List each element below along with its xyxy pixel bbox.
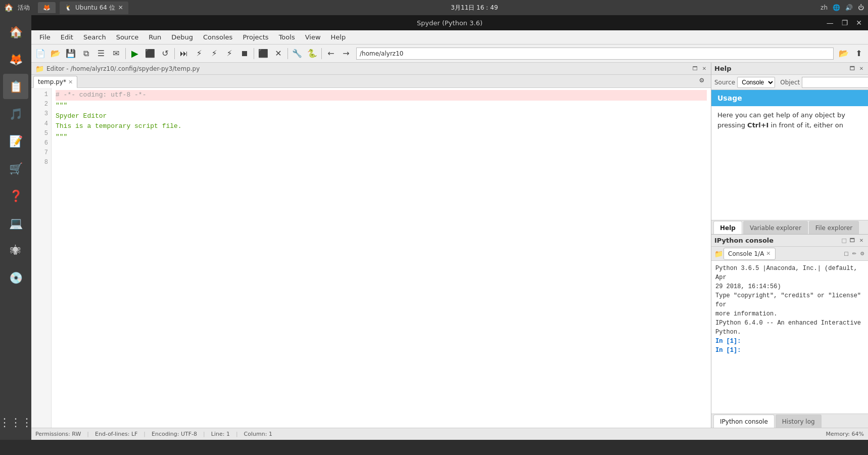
help-usage-text: Here you can get help of any object by p… xyxy=(711,106,868,134)
save-all-button[interactable]: ⧉ xyxy=(79,47,93,61)
help-titlebar: Help 🗖 ✕ xyxy=(711,63,868,75)
home-icon[interactable]: 🏠 xyxy=(4,3,14,12)
editor-tab-temp[interactable]: temp.py* ✕ xyxy=(33,76,77,88)
menu-debug[interactable]: Debug xyxy=(167,32,197,42)
python-button[interactable]: 🐍 xyxy=(305,47,319,61)
save-file-button[interactable]: 💾 xyxy=(64,47,78,61)
status-column: Column: 1 xyxy=(244,431,272,437)
line-numbers: 1 2 3 4 5 6 7 8 xyxy=(31,88,52,428)
menu-tools[interactable]: Tools xyxy=(275,32,299,42)
activity-spider[interactable]: 🕷 xyxy=(3,238,28,263)
activity-terminal[interactable]: 💻 xyxy=(3,210,28,236)
help-object-label: Object xyxy=(780,79,800,86)
activity-home[interactable]: 🏠 xyxy=(3,19,28,44)
console-folder-btn[interactable]: 📁 xyxy=(713,249,724,259)
forward-button[interactable]: → xyxy=(339,47,353,61)
power-icon: ⏻ xyxy=(858,4,864,11)
help-source-select[interactable]: Console Editor xyxy=(737,77,775,88)
menu-help[interactable]: Help xyxy=(327,32,350,42)
activity-music[interactable]: 🎵 xyxy=(3,101,28,126)
run-button[interactable]: ▶ xyxy=(128,47,142,61)
console-tab-label: Console 1/A xyxy=(728,250,764,257)
open-file-button[interactable]: 📂 xyxy=(49,47,63,61)
line-num-8: 8 xyxy=(31,158,48,167)
toolbar-separator-2 xyxy=(174,48,175,59)
debug-continue-button[interactable]: ⚡ xyxy=(222,47,236,61)
help-tab-variable-explorer[interactable]: Variable explorer xyxy=(743,221,808,234)
menu-projects[interactable]: Projects xyxy=(238,32,272,42)
console-tab-close[interactable]: ✕ xyxy=(766,250,770,257)
console-line-3: Type "copyright", "credits" or "license"… xyxy=(715,291,864,309)
menu-file[interactable]: File xyxy=(35,32,55,42)
debug-stop-button[interactable]: ⏹ xyxy=(237,47,252,61)
editor-tabs: temp.py* ✕ ⚙ xyxy=(31,75,711,88)
browse-path-button[interactable]: 📂 xyxy=(837,47,851,61)
activity-firefox[interactable]: 🦊 xyxy=(3,47,28,72)
run-selection-button[interactable]: ⬛ xyxy=(143,47,157,61)
menu-search[interactable]: Search xyxy=(79,32,110,42)
activity-files[interactable]: 📋 xyxy=(3,74,28,99)
code-line-3: Spyder Editor xyxy=(56,111,707,122)
console-close-btn[interactable]: ✕ xyxy=(858,237,865,244)
activity-bar: 🏠 🦊 📋 🎵 📝 🛒 ❓ 💻 🕷 💿 ⋮⋮⋮ xyxy=(0,15,31,440)
console-gear-btn[interactable]: ⚙ xyxy=(859,250,866,257)
line-num-7: 7 xyxy=(31,148,48,158)
help-title: Help xyxy=(714,65,731,72)
help-tab-help[interactable]: Help xyxy=(713,221,742,234)
console-line-7: Python. xyxy=(715,328,864,337)
editor-maximize-btn[interactable]: 🗖 xyxy=(692,65,699,72)
help-tab-file-explorer[interactable]: File explorer xyxy=(809,221,859,234)
activity-dvd[interactable]: 💿 xyxy=(3,265,28,290)
activity-notes[interactable]: 📝 xyxy=(3,128,28,154)
activity-grid[interactable]: ⋮⋮⋮ xyxy=(3,410,28,435)
help-close-btn[interactable]: ✕ xyxy=(858,65,865,72)
maximize-current-button[interactable]: ⬛ xyxy=(256,47,270,61)
menu-view[interactable]: View xyxy=(301,32,325,42)
ubuntu-tab-close[interactable]: ✕ xyxy=(118,4,123,11)
new-file-button[interactable]: 📄 xyxy=(33,47,47,61)
code-line-5: This is a temporary script file. xyxy=(56,121,707,132)
menu-consoles[interactable]: Consoles xyxy=(199,32,236,42)
settings-button[interactable]: 🔧 xyxy=(290,47,304,61)
toolbar-separator-3 xyxy=(254,48,254,59)
console-bottom-tab-history[interactable]: History log xyxy=(776,415,822,428)
help-object-input[interactable] xyxy=(802,77,868,88)
editor-tab-label: temp.py* xyxy=(38,78,66,85)
upload-button[interactable]: ⬆ xyxy=(852,47,866,61)
taskbar-tab-firefox[interactable]: 🦊 xyxy=(38,2,56,13)
console-maximize-btn[interactable]: 🗖 xyxy=(849,237,856,244)
close-current-button[interactable]: ✕ xyxy=(271,47,285,61)
email-button[interactable]: ✉ xyxy=(109,47,123,61)
minimize-button[interactable]: — xyxy=(825,19,836,27)
console-toggle-btn[interactable]: □ xyxy=(843,250,850,257)
code-content[interactable]: # -*- coding: utf-8 -*- """ Spyder Edito… xyxy=(52,88,711,428)
back-button[interactable]: ← xyxy=(324,47,338,61)
editor-titlebar: 📁 Editor - /home/alyrz10/.config/spyder-… xyxy=(31,63,711,75)
close-button[interactable]: ✕ xyxy=(854,19,864,27)
activity-store[interactable]: 🛒 xyxy=(3,156,28,181)
reload-button[interactable]: ↺ xyxy=(158,47,172,61)
toolbar-separator-1 xyxy=(125,48,126,59)
console-tab-1[interactable]: Console 1/A ✕ xyxy=(724,248,776,260)
restore-button[interactable]: ❐ xyxy=(840,19,850,27)
debug-step-out-button[interactable]: ⚡ xyxy=(207,47,221,61)
taskbar-tab-ubuntu[interactable]: 🐧 Ubuntu 64 位 ✕ xyxy=(60,2,128,14)
console-bottom-tab-ipython[interactable]: IPython console xyxy=(713,415,775,428)
help-maximize-btn[interactable]: 🗖 xyxy=(849,65,856,72)
editor-settings-btn[interactable]: ⚙ xyxy=(695,73,709,87)
editor-folder-btn[interactable]: 📁 xyxy=(34,64,44,74)
console-content[interactable]: Python 3.6.5 |Anaconda, Inc.| (default, … xyxy=(711,261,868,414)
editor-close-btn[interactable]: ✕ xyxy=(701,65,708,72)
editor-area[interactable]: 1 2 3 4 5 6 7 8 # -*- coding: utf-8 -*- … xyxy=(31,88,711,428)
console-pen-btn[interactable]: ✏ xyxy=(851,250,858,257)
menu-run[interactable]: Run xyxy=(144,32,165,42)
menu-source[interactable]: Source xyxy=(112,32,143,42)
print-button[interactable]: ☰ xyxy=(94,47,108,61)
activity-help[interactable]: ❓ xyxy=(3,183,28,208)
lang-selector[interactable]: zh xyxy=(821,4,828,11)
editor-tab-close[interactable]: ✕ xyxy=(68,79,73,85)
debug-step-into-button[interactable]: ⚡ xyxy=(192,47,206,61)
menu-edit[interactable]: Edit xyxy=(57,32,77,42)
activity-label: 活动 xyxy=(18,4,30,12)
debug-next-button[interactable]: ⏭ xyxy=(177,47,191,61)
